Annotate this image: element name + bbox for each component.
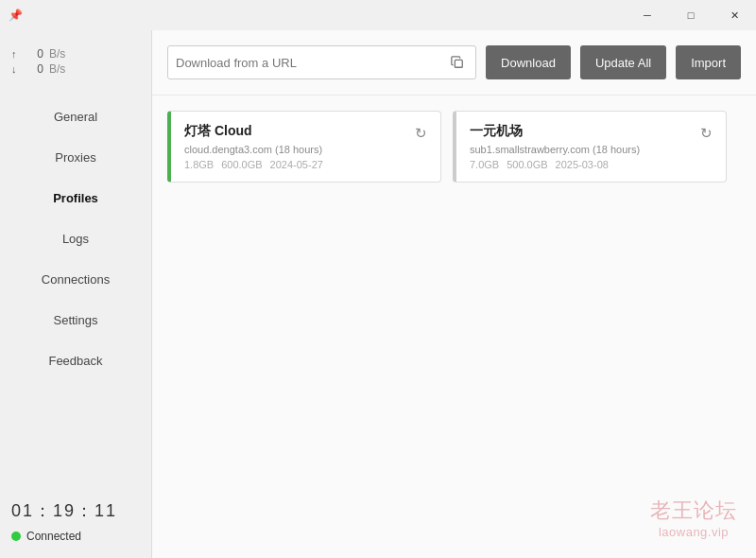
profile-meta: 7.0GB 500.0GB 2025-03-08: [470, 159, 713, 170]
sidebar: ↑ 0 B/s ↓ 0 B/s GeneralProxiesProfilesLo…: [0, 30, 151, 558]
upload-speed-value: 0: [25, 47, 43, 61]
profile-used: 1.8GB: [184, 159, 214, 170]
profile-card[interactable]: 一元机场 sub1.smallstrawberry.com (18 hours)…: [453, 111, 727, 183]
content-area: Download Update All Import 灯塔 Cloud clou…: [151, 30, 756, 558]
upload-arrow-icon: ↑: [11, 48, 19, 60]
content-wrapper: 灯塔 Cloud cloud.dengta3.com (18 hours) 1.…: [152, 96, 756, 558]
profile-total: 500.0GB: [507, 159, 547, 170]
sidebar-item-proxies[interactable]: Proxies: [0, 137, 151, 178]
connection-status-row: Connected: [11, 530, 140, 543]
main-layout: ↑ 0 B/s ↓ 0 B/s GeneralProxiesProfilesLo…: [0, 30, 756, 558]
profile-card[interactable]: 灯塔 Cloud cloud.dengta3.com (18 hours) 1.…: [167, 111, 441, 183]
profile-total: 600.0GB: [221, 159, 262, 170]
sidebar-item-general[interactable]: General: [0, 96, 151, 137]
sidebar-item-logs[interactable]: Logs: [0, 218, 151, 259]
url-input[interactable]: [176, 56, 447, 70]
minimize-button[interactable]: ─: [626, 0, 669, 30]
profile-date: 2025-03-08: [556, 159, 609, 170]
clock-display: 01：19：11: [11, 499, 140, 522]
download-speed-row: ↓ 0 B/s: [11, 62, 140, 76]
download-speed-value: 0: [25, 62, 43, 76]
profile-name: 一元机场: [470, 123, 713, 140]
title-bar: 📌 ─ □ ✕: [0, 0, 756, 30]
sidebar-item-feedback[interactable]: Feedback: [0, 340, 151, 381]
profile-meta: 1.8GB 600.0GB 2024-05-27: [184, 159, 427, 170]
speed-indicator: ↑ 0 B/s ↓ 0 B/s: [0, 40, 151, 83]
profile-url: sub1.smallstrawberry.com (18 hours): [470, 144, 713, 155]
upload-speed-unit: B/s: [49, 47, 65, 61]
download-arrow-icon: ↓: [11, 63, 19, 75]
profile-refresh-button[interactable]: ↻: [698, 123, 714, 144]
maximize-button[interactable]: □: [669, 0, 713, 30]
sidebar-nav: GeneralProxiesProfilesLogsConnectionsSet…: [0, 96, 151, 381]
profiles-area: 灯塔 Cloud cloud.dengta3.com (18 hours) 1.…: [152, 96, 756, 558]
profile-used: 7.0GB: [470, 159, 499, 170]
profile-name: 灯塔 Cloud: [184, 123, 427, 140]
import-button[interactable]: Import: [676, 45, 741, 79]
download-button[interactable]: Download: [486, 45, 571, 79]
update-all-button[interactable]: Update All: [580, 45, 666, 79]
profile-date: 2024-05-27: [270, 159, 323, 170]
profile-url: cloud.dengta3.com (18 hours): [184, 144, 427, 155]
sidebar-item-connections[interactable]: Connections: [0, 259, 151, 300]
toolbar: Download Update All Import: [152, 30, 756, 96]
pin-button[interactable]: 📌: [0, 0, 30, 30]
close-button[interactable]: ✕: [713, 0, 756, 30]
download-speed-unit: B/s: [49, 62, 65, 76]
upload-speed-row: ↑ 0 B/s: [11, 47, 140, 61]
connection-status-text: Connected: [26, 530, 81, 543]
window-controls: ─ □ ✕: [626, 0, 756, 30]
sidebar-item-profiles[interactable]: Profiles: [0, 178, 151, 218]
copy-url-button[interactable]: [447, 54, 468, 71]
status-dot-icon: [11, 532, 21, 541]
sidebar-bottom: 01：19：11 Connected: [0, 484, 151, 558]
svg-rect-0: [455, 60, 462, 67]
sidebar-item-settings[interactable]: Settings: [0, 300, 151, 340]
url-input-wrapper: [167, 45, 476, 79]
profile-refresh-button[interactable]: ↻: [413, 123, 429, 144]
